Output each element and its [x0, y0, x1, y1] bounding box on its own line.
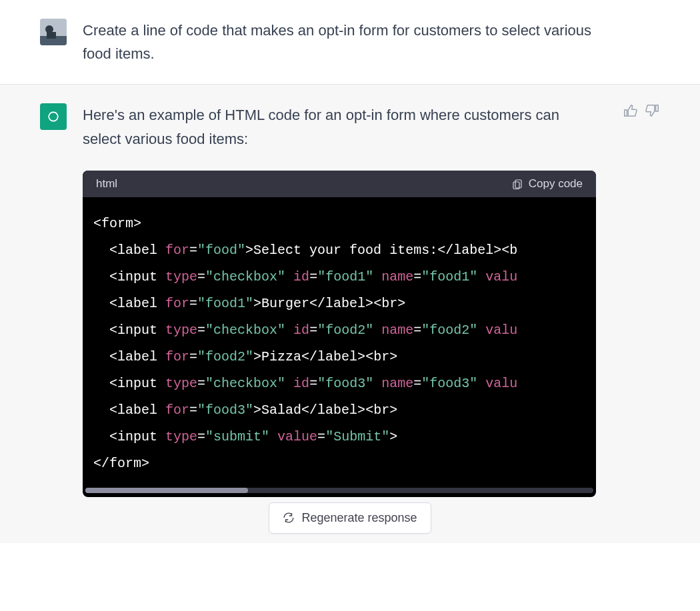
regenerate-response-button[interactable]: Regenerate response — [269, 502, 431, 534]
thumbs-down-icon — [645, 103, 660, 118]
code-header: html Copy code — [83, 171, 596, 197]
assistant-message-body: Here's an example of HTML code for an op… — [83, 103, 596, 496]
thumbs-up-button[interactable] — [623, 103, 637, 118]
thumbs-up-icon — [623, 103, 637, 118]
assistant-intro-text: Here's an example of HTML code for an op… — [83, 103, 596, 150]
svg-rect-4 — [515, 180, 521, 188]
feedback-buttons — [623, 103, 660, 496]
code-block: html Copy code <form> <label for="food">… — [83, 171, 596, 497]
user-turn: Create a line of code that makes an opt-… — [0, 0, 700, 85]
svg-rect-3 — [47, 32, 56, 39]
assistant-avatar — [40, 103, 67, 130]
assistant-turn: Here's an example of HTML code for an op… — [0, 85, 700, 515]
code-content: <form> <label for="food">Select your foo… — [83, 197, 596, 488]
openai-logo-icon — [45, 108, 62, 125]
user-photo-icon — [40, 19, 67, 45]
conversation: Create a line of code that makes an opt-… — [0, 0, 700, 543]
regenerate-label: Regenerate response — [301, 511, 417, 525]
horizontal-scrollbar-thumb[interactable] — [85, 488, 248, 493]
user-avatar — [40, 19, 67, 45]
thumbs-down-button[interactable] — [645, 103, 660, 118]
copy-code-label: Copy code — [529, 177, 583, 191]
clipboard-icon — [511, 178, 523, 190]
user-message-body: Create a line of code that makes an opt-… — [83, 19, 660, 65]
regenerate-icon — [283, 512, 295, 524]
code-scroll-area[interactable]: <form> <label for="food">Select your foo… — [83, 197, 596, 497]
horizontal-scrollbar[interactable] — [85, 488, 593, 493]
copy-code-button[interactable]: Copy code — [511, 177, 583, 191]
user-prompt-text: Create a line of code that makes an opt-… — [83, 19, 596, 65]
regenerate-wrap: Regenerate response — [0, 502, 700, 543]
code-language-label: html — [96, 177, 117, 191]
